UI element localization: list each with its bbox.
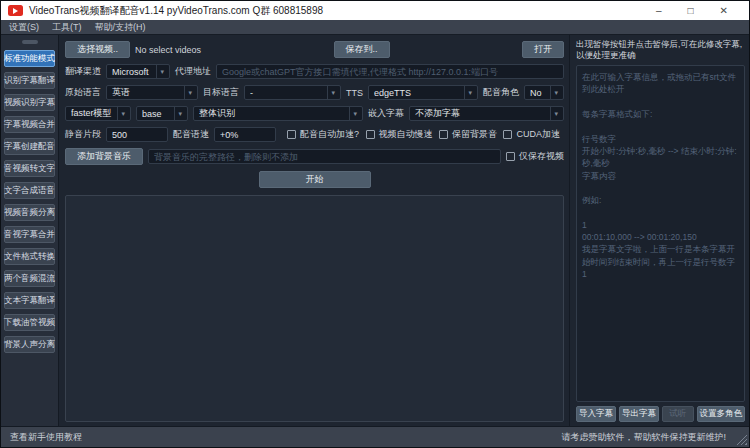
subtitle-editor[interactable]: [576, 65, 745, 402]
sidebar-collapse-handle[interactable]: [22, 40, 38, 44]
target-lang-select[interactable]: - ▾: [244, 85, 341, 100]
pause-edit-tip: 出现暂停按钮并点击暂停后,可在此修改字幕,以便处理更准确: [576, 39, 745, 61]
close-icon[interactable]: ✕: [720, 6, 728, 16]
silence-label: 静音片段: [65, 128, 101, 141]
chevron-down-icon: ▾: [349, 107, 357, 120]
embed-subtitle-select[interactable]: 不添加字幕 ▾: [409, 106, 564, 121]
main-panel: 选择视频.. No select videos 保存到.. 打开 翻译渠道 Mi…: [59, 35, 569, 426]
proxy-input[interactable]: [216, 64, 564, 79]
statusbar: 查看新手使用教程 请考虑赞助软件，帮助软件保持更新维护!: [1, 426, 749, 447]
bgm-path-input[interactable]: [148, 149, 501, 164]
menubar: 设置(S) 工具(T) 帮助/支持(H): [1, 20, 749, 35]
start-button[interactable]: 开始: [259, 171, 371, 188]
subtitle-buttons: 导入字幕 导出字幕 试听 设置多角色: [576, 406, 745, 422]
tutorial-link[interactable]: 查看新手使用教程: [10, 431, 82, 444]
sidebar-item-text-to-speech[interactable]: 文字合成语音: [4, 182, 55, 199]
source-lang-select[interactable]: 英语 ▾: [106, 85, 198, 100]
checkbox-icon: [287, 130, 296, 139]
checkbox-icon: [506, 152, 515, 161]
model-size-select[interactable]: base ▾: [136, 106, 188, 121]
menu-help[interactable]: 帮助/支持(H): [95, 21, 146, 34]
donate-hint: 请考虑赞助软件，帮助软件保持更新维护!: [561, 431, 740, 444]
log-output-area: [65, 195, 564, 422]
proxy-label: 代理地址: [175, 65, 211, 78]
sidebar-item-download-youtube[interactable]: 下载油管视频: [4, 314, 55, 331]
sidebar: 标准功能模式 识别字幕翻译 视频识别字幕 字幕视频合并 字幕创建配音 音视频转文…: [1, 35, 59, 426]
target-lang-label: 目标语言: [203, 86, 239, 99]
save-to-button[interactable]: 保存到..: [334, 41, 390, 58]
row-options: 静音片段 配音语速 配音自动加速? 视频自动慢速 保留背景音 CUDA加速: [65, 127, 564, 142]
window-controls: – □ ✕: [656, 6, 742, 16]
row-languages: 原始语言 英语 ▾ 目标语言 - ▾ TTS edgeTTS ▾ 配音角色 No: [65, 85, 564, 100]
chevron-down-icon: ▾: [464, 86, 472, 99]
silence-input[interactable]: [106, 127, 168, 142]
subtitle-panel: 出现暂停按钮并点击暂停后,可在此修改字幕,以便处理更准确 导入字幕 导出字幕 试…: [569, 35, 749, 426]
menu-tools[interactable]: 工具(T): [52, 21, 82, 34]
cuda-checkbox[interactable]: CUDA加速: [503, 128, 560, 141]
voice-role-label: 配音角色: [483, 86, 519, 99]
chevron-down-icon: ▾: [156, 65, 164, 78]
chevron-down-icon: ▾: [550, 107, 558, 120]
menu-settings[interactable]: 设置(S): [9, 21, 39, 34]
recognition-mode-select[interactable]: 整体识别 ▾: [193, 106, 363, 121]
maximize-icon[interactable]: □: [688, 6, 694, 16]
tts-label: TTS: [346, 88, 363, 98]
row-translate-channel: 翻译渠道 Microsoft ▾ 代理地址: [65, 64, 564, 79]
app-window: VideoTrans视频翻译配音v1.14 pyVideoTrans.com Q…: [0, 0, 750, 448]
sidebar-item-standard-mode[interactable]: 标准功能模式: [4, 50, 55, 67]
sidebar-item-video-recognize-subtitle[interactable]: 视频识别字幕: [4, 94, 55, 111]
sidebar-item-subtitle-create-dub[interactable]: 字幕创建配音: [4, 138, 55, 155]
sidebar-item-mix-two-audio[interactable]: 两个音频混流: [4, 270, 55, 287]
set-multi-role-button[interactable]: 设置多角色: [697, 406, 746, 422]
sidebar-item-format-convert[interactable]: 文件格式转换: [4, 248, 55, 265]
voice-role-select[interactable]: No ▾: [524, 85, 564, 100]
translate-channel-select[interactable]: Microsoft ▾: [106, 64, 170, 79]
speed-input[interactable]: [214, 127, 276, 142]
sidebar-item-video-audio-separate[interactable]: 视频音频分离: [4, 204, 55, 221]
import-subtitle-button[interactable]: 导入字幕: [576, 406, 616, 422]
checkbox-icon: [439, 130, 448, 139]
content: 标准功能模式 识别字幕翻译 视频识别字幕 字幕视频合并 字幕创建配音 音视频转文…: [1, 35, 749, 426]
chevron-down-icon: ▾: [550, 86, 558, 99]
row-video-select: 选择视频.. No select videos 保存到.. 打开: [65, 41, 564, 58]
open-button[interactable]: 打开: [522, 41, 564, 58]
select-video-button[interactable]: 选择视频..: [65, 41, 130, 58]
add-bgm-button[interactable]: 添加背景音乐: [65, 148, 143, 165]
only-save-video-checkbox[interactable]: 仅保存视频: [506, 150, 564, 163]
sidebar-item-av-to-text[interactable]: 音视频转文字: [4, 160, 55, 177]
model-select[interactable]: faster模型 ▾: [65, 106, 131, 121]
listen-button[interactable]: 试听: [662, 406, 694, 422]
translate-channel-label: 翻译渠道: [65, 65, 101, 78]
window-title: VideoTrans视频翻译配音v1.14 pyVideoTrans.com Q…: [29, 4, 323, 18]
tts-select[interactable]: edgeTTS ▾: [368, 85, 478, 100]
minimize-icon[interactable]: –: [656, 6, 662, 16]
row-model: faster模型 ▾ base ▾ 整体识别 ▾ 嵌入字幕 不添加字幕 ▾: [65, 106, 564, 121]
keep-background-checkbox[interactable]: 保留背景音: [439, 128, 497, 141]
sidebar-item-subtitle-video-merge[interactable]: 字幕视频合并: [4, 116, 55, 133]
chevron-down-icon: ▾: [117, 107, 125, 120]
chevron-down-icon: ▾: [174, 107, 182, 120]
video-slowdown-checkbox[interactable]: 视频自动慢速: [366, 128, 433, 141]
sidebar-item-text-subtitle-translate[interactable]: 文本字幕翻译: [4, 292, 55, 309]
app-logo-icon: [8, 5, 23, 16]
auto-speedup-checkbox[interactable]: 配音自动加速?: [287, 128, 359, 141]
export-subtitle-button[interactable]: 导出字幕: [619, 406, 659, 422]
speed-label: 配音语速: [173, 128, 209, 141]
embed-subtitle-label: 嵌入字幕: [368, 107, 404, 120]
checkbox-icon: [503, 130, 512, 139]
source-lang-label: 原始语言: [65, 86, 101, 99]
titlebar: VideoTrans视频翻译配音v1.14 pyVideoTrans.com Q…: [1, 1, 749, 20]
row-bgm: 添加背景音乐 仅保存视频: [65, 148, 564, 165]
sidebar-item-vocal-separate[interactable]: 背景人声分离: [4, 336, 55, 353]
chevron-down-icon: ▾: [327, 86, 335, 99]
sidebar-item-av-subtitle-merge[interactable]: 音视字幕合并: [4, 226, 55, 243]
no-select-videos-label: No select videos: [135, 45, 201, 55]
sidebar-item-recognize-translate[interactable]: 识别字幕翻译: [4, 72, 55, 89]
checkbox-icon: [366, 130, 375, 139]
row-start: 开始: [65, 171, 564, 188]
chevron-down-icon: ▾: [184, 86, 192, 99]
option-checkboxes: 配音自动加速? 视频自动慢速 保留背景音 CUDA加速: [281, 128, 564, 141]
